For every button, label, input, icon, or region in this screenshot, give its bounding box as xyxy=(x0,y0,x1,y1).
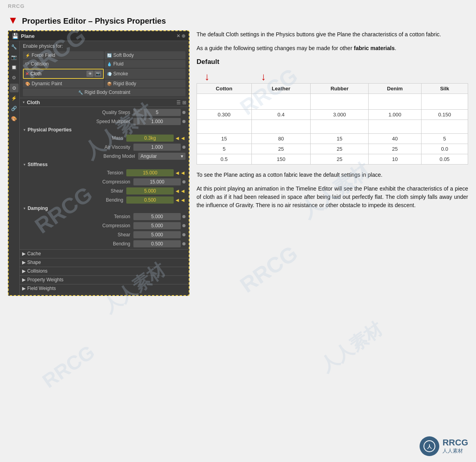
damping-shear-dot xyxy=(182,233,186,236)
tension-leather: 80 xyxy=(251,134,311,144)
icon-material[interactable]: 🎨 xyxy=(10,114,19,123)
force-field-icon: ⚡ xyxy=(25,53,30,58)
bending-value[interactable]: 0.500 xyxy=(126,196,174,204)
field-weights-triangle: ▶ xyxy=(22,286,26,291)
icon-particles[interactable]: ⚙ xyxy=(10,73,19,82)
shear-arrow-1: ◄ xyxy=(174,188,180,194)
para2-pre: As a guide the following setting changes… xyxy=(197,45,354,51)
damping-bending-dot xyxy=(182,242,186,245)
quality-steps-value[interactable]: 5 xyxy=(133,109,181,116)
shear-cotton: 5 xyxy=(197,144,252,154)
shape-section[interactable]: ▶ Shape xyxy=(20,258,189,266)
table-row-empty2 xyxy=(197,120,468,134)
shape-label: Shape xyxy=(27,260,41,265)
bending-row: Bending 0.500 ◄ ◄ xyxy=(23,196,186,204)
collisions-triangle: ▶ xyxy=(22,268,26,274)
cloth-triangle-icon: ▼ xyxy=(22,101,25,104)
damping-compression-dot xyxy=(182,224,186,227)
icon-object[interactable]: 📷 xyxy=(10,53,19,62)
smoke-btn[interactable]: 💨 Smoke xyxy=(105,69,186,79)
bending-model-dropdown[interactable]: Angular ▾ xyxy=(138,153,186,160)
property-weights-triangle: ▶ xyxy=(22,277,26,282)
quality-steps-row: Quality Steps 5 xyxy=(23,108,186,116)
shear-leather: 25 xyxy=(251,144,311,154)
tension-arrow-2: ◄ xyxy=(180,170,186,176)
stiffness-tension-label: Tension xyxy=(23,170,126,176)
mass-label: Mass xyxy=(23,135,126,141)
list-icon[interactable]: ☰ xyxy=(176,100,181,105)
col-denim: Denim xyxy=(369,84,422,94)
collision-label: Collision xyxy=(31,61,49,67)
field-weights-section[interactable]: ▶ Field Weights xyxy=(20,284,189,292)
rigid-body-icon: 📦 xyxy=(107,82,112,86)
blender-panel: 💾 Plane ✕ ⊕ 🔧 📷 🔲 ⚙ ⊙ ⚡ 🔗 🎨 xyxy=(8,30,189,296)
shear-value[interactable]: 5.000 xyxy=(126,187,174,195)
shear-silk: 0.0 xyxy=(421,144,468,154)
tension-silk: 5 xyxy=(421,134,468,144)
cache-section[interactable]: ▶ Cache xyxy=(20,249,189,258)
soft-body-icon: 🔄 xyxy=(107,53,112,58)
panel-title: Plane xyxy=(21,33,174,39)
damping-compression-value[interactable]: 5.000 xyxy=(133,222,181,229)
cloth-label: Cloth xyxy=(30,71,83,77)
property-weights-label: Property Weights xyxy=(27,277,64,282)
property-weights-section[interactable]: ▶ Property Weights xyxy=(20,275,189,284)
air-viscosity-row: Air Viscosity 1.000 xyxy=(23,143,186,151)
rigid-body-btn[interactable]: 📦 Rigid Body xyxy=(105,80,186,88)
damping-tension-value[interactable]: 5.000 xyxy=(133,213,181,220)
air-viscosity-value[interactable]: 1.000 xyxy=(133,144,181,151)
svg-text:人: 人 xyxy=(427,444,432,449)
compression-value[interactable]: 15.000 xyxy=(133,178,181,185)
cache-triangle: ▶ xyxy=(22,251,26,256)
cloth-camera-btn[interactable]: 👁 xyxy=(86,71,94,77)
default-section: Default ↓ ↓ xyxy=(197,58,468,82)
rigid-body-constraint-btn[interactable]: 🔧 Rigid Body Constraint xyxy=(23,88,186,96)
dynamic-paint-btn[interactable]: 🎨 Dynamic Paint xyxy=(23,80,104,88)
force-field-label: Force Field xyxy=(32,52,55,58)
damping-bending-value[interactable]: 0.500 xyxy=(133,240,181,247)
fluid-label: Fluid xyxy=(113,61,124,67)
rigid-body-constraint-icon: 🔧 xyxy=(78,90,83,95)
fluid-btn[interactable]: 💧 Fluid xyxy=(105,60,186,68)
stiffness-subsection: ▼ Stiffness Tension 15.000 ◄ ◄ Compr xyxy=(23,162,186,204)
mass-denim: 1.000 xyxy=(369,110,422,120)
soft-body-btn[interactable]: 🔄 Soft Body xyxy=(105,51,186,59)
bending-arrow-2: ◄ xyxy=(180,197,186,203)
cloth-render-btn[interactable]: 📷 xyxy=(94,71,101,77)
cloth-btn[interactable]: ✕ Cloth 👁 📷 xyxy=(23,69,104,79)
tension-rubber: 15 xyxy=(311,134,369,144)
logo-circle: 人 xyxy=(420,436,439,456)
damping-shear-label: Shear xyxy=(23,232,133,238)
physical-props-triangle: ▼ xyxy=(23,128,26,132)
speed-multiplier-row: Speed Multiplier 1.000 xyxy=(23,118,186,125)
mass-value[interactable]: 0.3kg xyxy=(126,135,174,142)
speed-multiplier-label: Speed Multiplier xyxy=(23,119,133,124)
mass-arrow-right: ◄ xyxy=(180,135,186,141)
force-field-btn[interactable]: ⚡ Force Field xyxy=(23,51,104,59)
icon-data[interactable]: 🔗 xyxy=(10,104,19,113)
page-title: Properties Editor – Physics Properties xyxy=(22,17,166,26)
speed-multiplier-value[interactable]: 1.000 xyxy=(133,118,181,125)
top-rrcg-label: RRCG xyxy=(8,3,24,9)
icon-physics[interactable]: ⊙ xyxy=(10,84,19,92)
collisions-label: Collisions xyxy=(27,268,47,274)
panel-header: 💾 Plane ✕ ⊕ xyxy=(9,31,189,41)
fabric-table: Cotton Leather Rubber Denim Silk xyxy=(197,83,468,165)
icon-modifier[interactable]: 🔲 xyxy=(10,63,19,72)
stiffness-tension-value[interactable]: 15.000 xyxy=(126,169,174,176)
physical-props-subsection: ▼ Physical Properties Mass 0.3kg ◄ ◄ xyxy=(23,127,186,160)
chevron-down-icon: ▾ xyxy=(181,153,183,159)
bottom-logo: 人 RRCG 人人素材 xyxy=(420,436,468,456)
cloth-section-header: ▼ Cloth ☰ ⊞ xyxy=(20,98,189,107)
grid-icon[interactable]: ⊞ xyxy=(182,100,186,105)
damping-shear-value[interactable]: 5.000 xyxy=(133,231,181,238)
damping-shear-row: Shear 5.000 xyxy=(23,231,186,239)
icon-constraints[interactable]: ⚡ xyxy=(10,94,19,103)
collisions-section[interactable]: ▶ Collisions xyxy=(20,267,189,275)
table-row-shear: 5 25 25 25 0.0 xyxy=(197,144,468,154)
mass-cotton: 0.300 xyxy=(197,110,252,120)
compression-row: Compression 15.000 xyxy=(23,178,186,186)
shear-label: Shear xyxy=(23,188,126,194)
collision-btn[interactable]: 🛡 Collision xyxy=(23,60,104,68)
icon-scene[interactable]: 🔧 xyxy=(10,43,19,51)
